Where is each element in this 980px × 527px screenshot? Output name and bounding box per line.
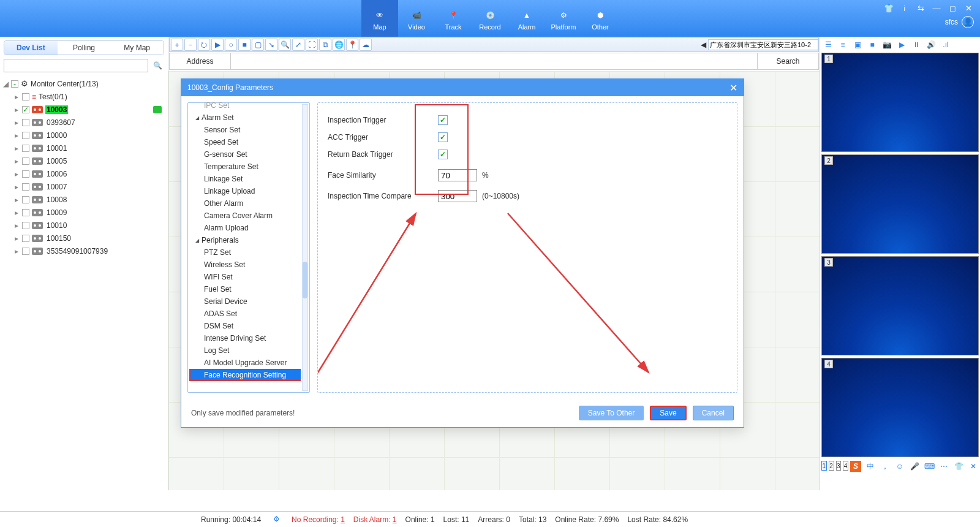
maximize-icon[interactable]: ◻ [947,2,958,13]
save-button[interactable]: Save [650,406,686,420]
video-tile-4[interactable]: 4 [821,358,979,457]
tree-node[interactable]: ▸0393607 [2,116,165,129]
tile-select-2[interactable]: 2 [829,461,834,471]
map-tool-button-0[interactable]: ＋ [171,39,183,51]
tree-node[interactable]: ▸10007 [2,180,165,193]
nav-item-alarm-set[interactable]: Alarm Set [189,112,301,124]
map-tool-button-14[interactable]: ☁ [360,39,372,51]
top-tab-other[interactable]: ⬢Other [582,0,619,37]
nav-item-ipc-set[interactable]: IPC Set [189,99,301,112]
map-tool-button-3[interactable]: ▶ [211,39,224,51]
top-tab-platform[interactable]: ⚙Platform [545,0,582,37]
tree-node[interactable]: ▸10009 [2,206,165,219]
top-tab-track[interactable]: 📍Track [435,0,472,37]
nav-item-linkage-set[interactable]: Linkage Set [189,173,301,185]
info-icon[interactable]: i [899,2,910,13]
ime-btn-6[interactable]: 👕 [953,461,964,472]
nav-item-alarm-upload[interactable]: Alarm Upload [189,222,301,234]
cancel-button[interactable]: Cancel [693,406,734,420]
video-tool-icon-3[interactable]: ■ [867,39,878,50]
tree-node[interactable]: ▸10005 [2,154,165,167]
nav-item-ptz-set[interactable]: PTZ Set [189,246,301,259]
video-tile-1[interactable]: 1 [821,53,979,152]
nav-item-intense-driving-set[interactable]: Intense Driving Set [189,332,301,344]
tile-select-1[interactable]: 1 [821,461,827,471]
chat-icon[interactable] [153,106,162,113]
sidebar-tab-my-map[interactable]: My Map [110,41,164,55]
map-tool-button-11[interactable]: ⧉ [319,39,331,51]
minimize-icon[interactable]: — [931,2,942,13]
swap-icon[interactable]: ⇆ [915,2,926,13]
ime-btn-5[interactable]: ⋯ [938,461,949,472]
video-tool-icon-2[interactable]: ▣ [852,39,863,50]
nav-item-speed-set[interactable]: Speed Set [189,136,301,148]
sogou-icon[interactable]: S [850,461,861,472]
map-tool-button-12[interactable]: 🌐 [333,39,345,51]
map-tool-button-10[interactable]: ⛶ [306,39,318,51]
nav-item-peripherals[interactable]: Peripherals [189,234,301,246]
map-tool-button-7[interactable]: ↘ [265,39,277,51]
map-tool-button-13[interactable]: 📍 [346,39,358,51]
map-address-input[interactable] [708,39,818,50]
top-tab-video[interactable]: 📹Video [398,0,435,37]
video-tool-icon-5[interactable]: ▶ [896,39,907,50]
nav-item-wireless-set[interactable]: Wireless Set [189,259,301,271]
nav-item-wifi-set[interactable]: WIFI Set [189,271,301,283]
tree-node[interactable]: ▸100150 [2,232,165,245]
video-tool-icon-1[interactable]: ≡ [837,39,848,50]
nav-item-dsm-set[interactable]: DSM Set [189,320,301,332]
tree-node[interactable]: ◢-⚙Monitor Center(1/13) [2,77,165,90]
user-display[interactable]: sfcs 👤 [945,16,974,28]
tree-node[interactable]: ▸✓10003 [2,103,165,116]
map-tool-button-2[interactable]: ⭮ [198,39,210,51]
nav-item-g-sensor-set[interactable]: G-sensor Set [189,148,301,161]
dialog-close-icon[interactable]: ✕ [729,82,737,94]
nav-item-face-recognition-setting[interactable]: Face Recognition Setting [189,369,301,381]
address-search-button[interactable]: Search [757,53,818,69]
map-tool-button-5[interactable]: ■ [238,39,251,51]
save-to-other-button[interactable]: Save To Other [579,406,644,420]
tree-node[interactable]: ▸10010 [2,219,165,232]
addr-prev-icon[interactable]: ◀ [698,40,708,49]
device-search-input[interactable] [4,59,148,72]
map-tool-button-6[interactable]: ▢ [252,39,264,51]
map-tool-button-4[interactable]: ○ [225,39,237,51]
video-tool-icon-8[interactable]: .ıl [940,39,951,50]
sidebar-tab-polling[interactable]: Polling [58,41,111,55]
tree-node[interactable]: ▸10000 [2,129,165,142]
video-tile-2[interactable]: 2 [821,154,979,254]
nav-item-ai-model-upgrade-server[interactable]: AI Model Upgrade Server [189,357,301,369]
nav-item-sensor-set[interactable]: Sensor Set [189,124,301,136]
map-tool-button-8[interactable]: 🔍 [279,39,291,51]
tree-node[interactable]: ▸≡Test(0/1) [2,90,165,103]
nav-item-adas-set[interactable]: ADAS Set [189,308,301,320]
tree-node[interactable]: ▸10006 [2,167,165,180]
tshirt-icon[interactable]: 👕 [883,2,894,13]
tree-node[interactable]: ▸353549091007939 [2,245,165,257]
top-tab-alarm[interactable]: ▲Alarm [508,0,545,37]
device-tree[interactable]: ◢-⚙Monitor Center(1/13)▸≡Test(0/1)▸✓1000… [0,76,168,259]
tile-select-4[interactable]: 4 [843,461,848,471]
ime-btn-2[interactable]: ☺ [894,461,905,472]
nav-item-serial-device[interactable]: Serial Device [189,295,301,308]
video-tool-icon-7[interactable]: 🔊 [925,39,937,50]
tree-node[interactable]: ▸10001 [2,142,165,154]
video-tool-icon-6[interactable]: ⏸ [911,39,922,50]
video-tool-icon-0[interactable]: ☰ [823,39,834,50]
ime-btn-1[interactable]: ， [880,461,891,472]
nav-item-other-alarm[interactable]: Other Alarm [189,197,301,210]
nav-item-temperature-set[interactable]: Temperature Set [189,161,301,173]
video-tile-3[interactable]: 3 [821,256,979,355]
sidebar-tab-dev-list[interactable]: Dev List [4,41,58,55]
tile-select-3[interactable]: 3 [836,461,842,471]
nav-item-linkage-upload[interactable]: Linkage Upload [189,185,301,197]
ime-btn-3[interactable]: 🎤 [909,461,920,472]
ime-btn-7[interactable]: ✕ [968,461,979,472]
search-icon[interactable]: 🔍 [151,59,164,72]
map-tool-button-9[interactable]: ⤢ [292,39,304,51]
nav-item-log-set[interactable]: Log Set [189,344,301,357]
top-tab-map[interactable]: 👁Map [361,0,398,37]
map-tool-button-1[interactable]: － [184,39,197,51]
nav-item-camera-cover-alarm[interactable]: Camera Cover Alarm [189,210,301,222]
ime-btn-0[interactable]: 中 [865,461,876,472]
